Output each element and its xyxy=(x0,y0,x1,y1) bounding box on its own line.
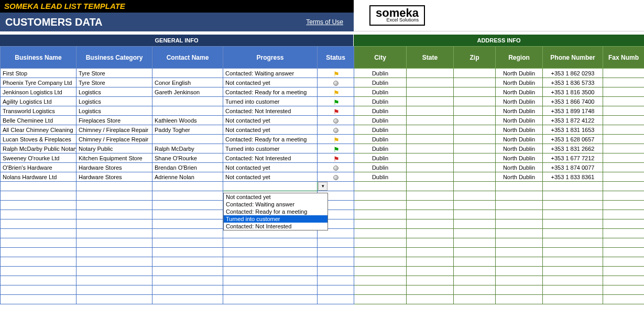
empty-cell[interactable] xyxy=(496,295,543,304)
empty-cell[interactable] xyxy=(77,219,152,229)
cell-fax[interactable] xyxy=(603,87,645,97)
cell-fax[interactable] xyxy=(603,172,645,182)
empty-cell[interactable] xyxy=(152,248,223,257)
cell-biz[interactable]: Transworld Logistics xyxy=(1,106,77,116)
cell-biz[interactable]: First Stop xyxy=(1,69,77,78)
empty-cell[interactable] xyxy=(152,257,223,267)
cell-contact[interactable]: Kathleen Woods xyxy=(152,116,223,125)
cell-fax[interactable] xyxy=(603,125,645,135)
empty-cell[interactable] xyxy=(407,210,454,219)
cell-zip[interactable] xyxy=(454,153,496,163)
col-business-category[interactable]: Business Category xyxy=(77,47,152,69)
empty-cell[interactable] xyxy=(496,182,543,191)
empty-cell[interactable] xyxy=(223,276,318,285)
cell-phone[interactable]: +353 1 862 0293 xyxy=(543,69,603,78)
cell-fax[interactable] xyxy=(603,135,645,144)
cell-zip[interactable] xyxy=(454,172,496,182)
cell-status[interactable] xyxy=(318,78,354,87)
cell-cat[interactable]: Tyre Store xyxy=(77,78,152,87)
empty-cell[interactable] xyxy=(496,267,543,276)
empty-cell[interactable] xyxy=(407,285,454,295)
empty-cell[interactable] xyxy=(543,285,603,295)
cell-zip[interactable] xyxy=(454,106,496,116)
cell-state[interactable] xyxy=(407,116,454,125)
empty-cell[interactable] xyxy=(354,210,407,219)
cell-progress[interactable]: Contacted: Waiting answer xyxy=(223,69,318,78)
cell-progress[interactable]: Not contacted yet xyxy=(223,78,318,87)
cell-zip[interactable] xyxy=(454,163,496,172)
empty-cell[interactable] xyxy=(1,238,77,248)
empty-cell[interactable] xyxy=(543,295,603,304)
empty-cell[interactable] xyxy=(543,267,603,276)
cell-progress[interactable]: Not contacted yet xyxy=(223,116,318,125)
cell-zip[interactable] xyxy=(454,69,496,78)
empty-cell[interactable] xyxy=(318,285,354,295)
cell-city[interactable]: Dublin xyxy=(354,69,407,78)
empty-cell[interactable] xyxy=(152,285,223,295)
empty-cell[interactable] xyxy=(77,267,152,276)
cell-contact[interactable]: Shane O'Rourke xyxy=(152,153,223,163)
cell-status[interactable] xyxy=(318,125,354,135)
cell-progress[interactable]: Turned into customer xyxy=(223,97,318,106)
empty-cell[interactable] xyxy=(454,267,496,276)
col-status[interactable]: Status xyxy=(318,47,354,69)
empty-cell[interactable] xyxy=(496,276,543,285)
col-phone[interactable]: Phone Number xyxy=(543,47,603,69)
dropdown-option[interactable]: Turned into customer xyxy=(224,215,328,223)
cell-city[interactable]: Dublin xyxy=(354,106,407,116)
empty-cell[interactable] xyxy=(543,191,603,201)
empty-cell[interactable] xyxy=(1,295,77,304)
empty-cell[interactable] xyxy=(1,257,77,267)
table-row[interactable]: Belle Cheminee LtdFireplaces StoreKathle… xyxy=(1,116,645,125)
empty-cell[interactable] xyxy=(496,201,543,210)
empty-cell[interactable] xyxy=(77,238,152,248)
cell-biz[interactable]: Nolans Hardware Ltd xyxy=(1,172,77,182)
cell-state[interactable] xyxy=(407,135,454,144)
cell-state[interactable] xyxy=(407,153,454,163)
empty-cell[interactable] xyxy=(543,210,603,219)
dropdown-arrow-icon[interactable]: ▾ xyxy=(318,182,328,191)
empty-cell[interactable] xyxy=(152,295,223,304)
cell-phone[interactable]: +353 1 872 4122 xyxy=(543,116,603,125)
cell-cat[interactable]: Hardware Stores xyxy=(77,163,152,172)
empty-cell[interactable] xyxy=(152,229,223,238)
empty-cell[interactable] xyxy=(223,257,318,267)
cell-city[interactable]: Dublin xyxy=(354,172,407,182)
empty-cell[interactable] xyxy=(354,257,407,267)
empty-cell[interactable] xyxy=(543,276,603,285)
cell-phone[interactable]: +353 1 831 2662 xyxy=(543,144,603,153)
col-zip[interactable]: Zip xyxy=(454,47,496,69)
cell-status[interactable] xyxy=(318,69,354,78)
empty-cell[interactable] xyxy=(152,182,223,191)
cell-state[interactable] xyxy=(407,106,454,116)
cell-city[interactable]: Dublin xyxy=(354,87,407,97)
cell-status[interactable] xyxy=(318,153,354,163)
cell-city[interactable]: Dublin xyxy=(354,116,407,125)
cell-phone[interactable]: +353 1 831 1653 xyxy=(543,125,603,135)
empty-cell[interactable] xyxy=(354,238,407,248)
empty-cell[interactable] xyxy=(354,219,407,229)
cell-contact[interactable]: Gareth Jenkinson xyxy=(152,87,223,97)
cell-region[interactable]: North Dublin xyxy=(496,144,543,153)
empty-cell[interactable] xyxy=(77,182,152,191)
cell-region[interactable]: North Dublin xyxy=(496,116,543,125)
empty-cell[interactable] xyxy=(152,267,223,276)
empty-cell[interactable] xyxy=(454,219,496,229)
empty-cell[interactable] xyxy=(454,248,496,257)
cell-cat[interactable]: Kitchen Equipment Store xyxy=(77,153,152,163)
empty-cell[interactable] xyxy=(407,267,454,276)
table-row[interactable]: Sweeney O'rourke LtdKitchen Equipment St… xyxy=(1,153,645,163)
cell-zip[interactable] xyxy=(454,97,496,106)
empty-cell[interactable] xyxy=(543,238,603,248)
empty-cell[interactable] xyxy=(603,248,645,257)
cell-status[interactable] xyxy=(318,135,354,144)
empty-cell[interactable] xyxy=(454,285,496,295)
empty-cell[interactable] xyxy=(318,238,354,248)
empty-cell[interactable] xyxy=(354,182,407,191)
empty-cell[interactable] xyxy=(152,219,223,229)
empty-cell[interactable] xyxy=(454,295,496,304)
cell-status[interactable] xyxy=(318,144,354,153)
empty-cell[interactable] xyxy=(454,257,496,267)
empty-cell[interactable] xyxy=(1,191,77,201)
cell-zip[interactable] xyxy=(454,78,496,87)
